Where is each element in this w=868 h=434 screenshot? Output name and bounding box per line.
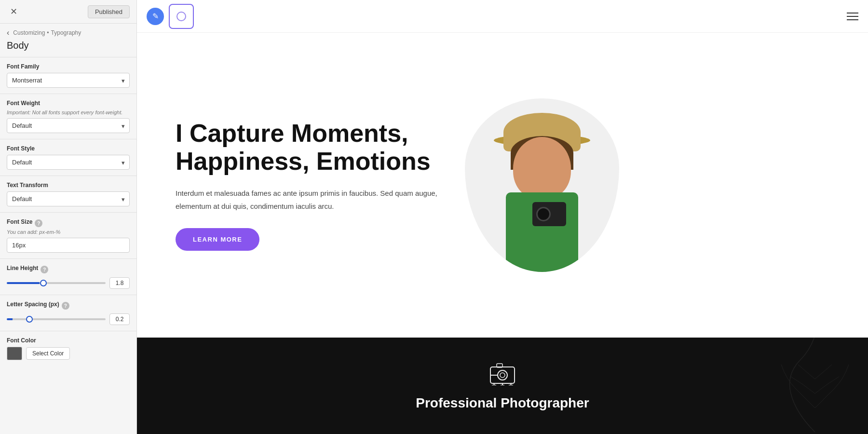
text-transform-section: Text Transform Default Uppercase Lowerca… [0, 176, 136, 212]
text-transform-select-wrapper: Default Uppercase Lowercase Capitalize [7, 191, 130, 206]
font-size-label-row: Font Size ? [7, 218, 130, 228]
font-size-section: Font Size ? You can add: px-em-% [0, 212, 136, 258]
hero-text: I Capture Moments, Happiness, Emotions I… [176, 120, 446, 250]
leaf-decoration [772, 338, 858, 434]
breadcrumb-separator: • [47, 29, 49, 36]
panel-title: Body [0, 39, 136, 57]
hero-title: I Capture Moments, Happiness, Emotions [176, 120, 446, 175]
font-family-select[interactable]: Montserrat Arial Georgia [7, 73, 130, 88]
font-size-info-icon: ? [35, 219, 42, 227]
letter-spacing-info-icon: ? [62, 302, 69, 310]
learn-more-button[interactable]: LEARN MORE [176, 228, 259, 251]
font-size-input[interactable] [7, 238, 130, 253]
font-style-section: Font Style Default Italic Normal [0, 139, 136, 176]
font-weight-section: Font Weight Important: Not all fonts sup… [0, 94, 136, 139]
line-height-label-row: Line Height ? [7, 265, 130, 274]
font-style-label: Font Style [7, 145, 130, 152]
font-style-select-wrapper: Default Italic Normal [7, 155, 130, 170]
font-weight-select[interactable]: Default Bold Light [7, 118, 130, 133]
select-color-button[interactable]: Select Color [26, 347, 70, 360]
font-color-label: Font Color [7, 337, 130, 344]
font-size-sublabel: You can add: px-em-% [7, 229, 130, 235]
published-button[interactable]: Published [88, 5, 130, 18]
preview-topbar: ✎ [137, 0, 868, 33]
person-figure [475, 108, 610, 272]
color-swatch[interactable] [7, 347, 22, 360]
hamburger-line-2 [847, 16, 858, 17]
target-icon [169, 4, 194, 29]
panel-topbar: ✕ Published [0, 0, 136, 24]
pencil-icon: ✎ [147, 8, 164, 25]
camera-lens [536, 207, 551, 221]
hamburger-icon[interactable] [847, 13, 858, 20]
font-style-select[interactable]: Default Italic Normal [7, 155, 130, 170]
hero-description: Interdum et malesuada fames ac ante ipsu… [176, 187, 446, 213]
font-family-section: Font Family Montserrat Arial Georgia [0, 57, 136, 94]
footer-section: Professional Photographer [137, 338, 868, 434]
breadcrumb: ‹ Customizing • Typography [0, 24, 136, 39]
font-weight-sublabel: Important: Not all fonts support every f… [7, 109, 130, 115]
letter-spacing-slider-row: 0.2 [7, 313, 130, 325]
hamburger-line-1 [847, 13, 858, 14]
svg-point-2 [500, 373, 505, 378]
hamburger-line-3 [847, 19, 858, 20]
line-height-label: Line Height [7, 265, 38, 271]
customizer-panel: ✕ Published ‹ Customizing • Typography B… [0, 0, 137, 434]
font-size-label: Font Size [7, 218, 32, 225]
footer-title: Professional Photographer [416, 395, 589, 411]
svg-point-1 [498, 370, 507, 380]
font-weight-label: Font Weight [7, 100, 130, 107]
hero-section: I Capture Moments, Happiness, Emotions I… [137, 33, 868, 338]
letter-spacing-section: Letter Spacing (px) ? 0.2 [0, 295, 136, 331]
face [513, 137, 571, 200]
font-color-section: Font Color Select Color [0, 331, 136, 366]
letter-spacing-value[interactable]: 0.2 [109, 313, 130, 325]
line-height-info-icon: ? [41, 266, 48, 273]
target-inner [176, 12, 186, 21]
line-height-value[interactable]: 1.8 [109, 277, 130, 289]
font-weight-select-wrapper: Default Bold Light [7, 118, 130, 133]
hero-image-area [465, 98, 619, 272]
text-transform-select[interactable]: Default Uppercase Lowercase Capitalize [7, 191, 130, 206]
line-height-slider[interactable] [7, 282, 106, 284]
letter-spacing-slider[interactable] [7, 318, 106, 320]
preview-area: ✎ I Capture Moments, Happiness, Emotions… [137, 0, 868, 434]
breadcrumb-typography[interactable]: Typography [51, 29, 81, 36]
font-family-select-wrapper: Montserrat Arial Georgia [7, 73, 130, 88]
back-button[interactable]: ‹ [7, 28, 9, 37]
line-height-section: Line Height ? 1.8 [0, 258, 136, 295]
breadcrumb-customizing[interactable]: Customizing [13, 29, 45, 36]
line-height-slider-row: 1.8 [7, 277, 130, 289]
footer-camera-icon [488, 361, 517, 390]
close-button[interactable]: ✕ [7, 5, 20, 18]
color-row: Select Color [7, 347, 130, 360]
letter-spacing-label-row: Letter Spacing (px) ? [7, 301, 130, 311]
font-family-label: Font Family [7, 63, 130, 70]
letter-spacing-label: Letter Spacing (px) [7, 301, 59, 308]
text-transform-label: Text Transform [7, 182, 130, 189]
camera [532, 202, 566, 226]
hero-circle-image [465, 98, 619, 272]
logo-area: ✎ [147, 4, 194, 29]
